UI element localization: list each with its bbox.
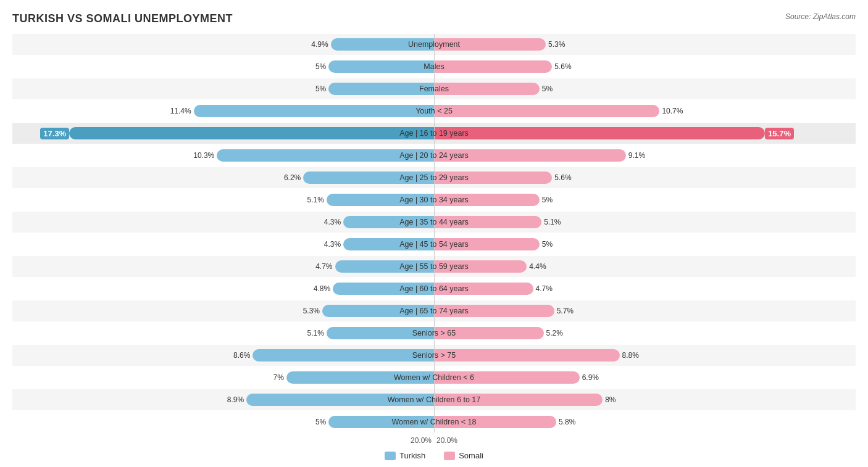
value-left: 8.6% <box>233 351 252 360</box>
left-bar-area: 17.3% <box>12 123 434 144</box>
value-right: 10.7% <box>659 107 683 115</box>
legend: Turkish Somali <box>12 451 856 460</box>
value-right: 5.1% <box>541 218 561 226</box>
left-bar-area: 4.8% <box>12 278 434 299</box>
somali-color-swatch <box>444 452 455 460</box>
right-bar-area: 9.1% <box>434 145 856 166</box>
value-right: 4.7% <box>533 284 553 293</box>
bar-right <box>434 60 552 73</box>
right-bar-area: 15.7% <box>434 123 856 144</box>
bar-left <box>286 371 434 384</box>
somali-legend-label: Somali <box>459 451 483 460</box>
value-right: 6.9% <box>580 373 599 382</box>
value-right: 9.1% <box>626 151 645 160</box>
bar-left <box>217 149 434 162</box>
left-bar-area: 4.7% <box>12 256 434 277</box>
left-bar-area: 5% <box>12 411 434 432</box>
value-left: 5% <box>315 85 328 93</box>
chart-header: TURKISH VS SOMALI UNEMPLOYMENT Source: Z… <box>12 12 856 25</box>
right-bar-area: 5% <box>434 234 856 255</box>
turkish-legend-label: Turkish <box>399 451 425 460</box>
value-left: 7% <box>273 373 286 382</box>
left-bar-area: 8.9% <box>12 389 434 410</box>
value-left: 10.3% <box>193 151 217 160</box>
bar-left <box>327 327 434 339</box>
bar-left <box>303 172 434 184</box>
turkish-color-swatch <box>385 452 396 460</box>
left-bar-area: 5.1% <box>12 189 434 210</box>
bar-right <box>434 149 626 162</box>
value-right: 4.4% <box>527 262 546 271</box>
bar-right <box>434 216 541 228</box>
bar-left <box>328 83 434 95</box>
bar-right <box>434 416 556 428</box>
right-bar-area: 5% <box>434 78 856 99</box>
value-left: 5.1% <box>307 196 326 204</box>
value-left: 4.3% <box>324 240 343 249</box>
value-left: 4.3% <box>324 218 343 226</box>
bar-left <box>331 38 434 51</box>
chart-rows-wrapper: 4.9%5.3%Unemployment5%5.6%Males5%5%Femal… <box>12 34 856 432</box>
value-right: 5% <box>540 196 553 204</box>
value-left: 5% <box>315 62 328 71</box>
bar-right <box>434 305 554 317</box>
value-left: 5.3% <box>303 307 322 315</box>
bar-left <box>328 416 434 428</box>
left-bar-area: 4.3% <box>12 212 434 233</box>
bar-right <box>434 327 544 339</box>
value-right: 15.7% <box>765 128 794 139</box>
bar-right <box>434 238 540 250</box>
left-bar-area: 5.3% <box>12 300 434 321</box>
value-right: 5.2% <box>544 329 563 337</box>
right-bar-area: 8% <box>434 389 856 410</box>
bar-right <box>434 172 552 184</box>
bar-left <box>333 283 434 295</box>
value-right: 5.8% <box>556 418 575 426</box>
right-bar-area: 5.8% <box>434 411 856 432</box>
bar-right <box>434 283 533 295</box>
chart-title: TURKISH VS SOMALI UNEMPLOYMENT <box>12 12 233 25</box>
value-left: 17.3% <box>40 128 69 139</box>
legend-item-somali: Somali <box>444 451 483 460</box>
value-left: 4.8% <box>314 284 333 293</box>
value-left: 4.7% <box>315 262 335 271</box>
value-right: 5.7% <box>554 307 574 315</box>
right-bar-area: 4.4% <box>434 256 856 277</box>
bar-right <box>434 83 540 95</box>
bar-left <box>327 194 434 206</box>
center-line <box>434 34 435 432</box>
value-right: 5.6% <box>552 62 571 71</box>
right-bar-area: 5.6% <box>434 167 856 188</box>
value-left: 6.2% <box>284 173 303 182</box>
value-left: 5% <box>315 418 328 426</box>
left-bar-area: 8.6% <box>12 345 434 366</box>
right-bar-area: 5.2% <box>434 323 856 344</box>
left-bar-area: 5% <box>12 56 434 77</box>
value-right: 5% <box>540 240 553 249</box>
value-right: 8.8% <box>620 351 639 360</box>
axis-right: 20.0% <box>434 436 856 445</box>
bar-left <box>69 127 434 139</box>
left-bar-area: 6.2% <box>12 167 434 188</box>
left-bar-area: 10.3% <box>12 145 434 166</box>
bar-right <box>434 260 527 273</box>
bar-right <box>434 349 620 362</box>
left-bar-area: 5% <box>12 78 434 99</box>
left-bar-area: 11.4% <box>12 101 434 122</box>
value-right: 5.3% <box>546 40 565 49</box>
bar-right <box>434 371 580 384</box>
left-bar-area: 4.9% <box>12 34 434 55</box>
right-bar-area: 4.7% <box>434 278 856 299</box>
value-left: 8.9% <box>227 395 246 404</box>
bar-right <box>434 38 546 51</box>
chart-container: TURKISH VS SOMALI UNEMPLOYMENT Source: Z… <box>0 0 868 466</box>
value-left: 11.4% <box>170 107 194 115</box>
right-bar-area: 5.6% <box>434 56 856 77</box>
bar-right <box>434 394 603 406</box>
right-bar-area: 5% <box>434 189 856 210</box>
legend-item-turkish: Turkish <box>385 451 425 460</box>
right-bar-area: 8.8% <box>434 345 856 366</box>
value-left: 5.1% <box>307 329 326 337</box>
bar-left <box>246 394 434 406</box>
bar-right <box>434 194 540 206</box>
